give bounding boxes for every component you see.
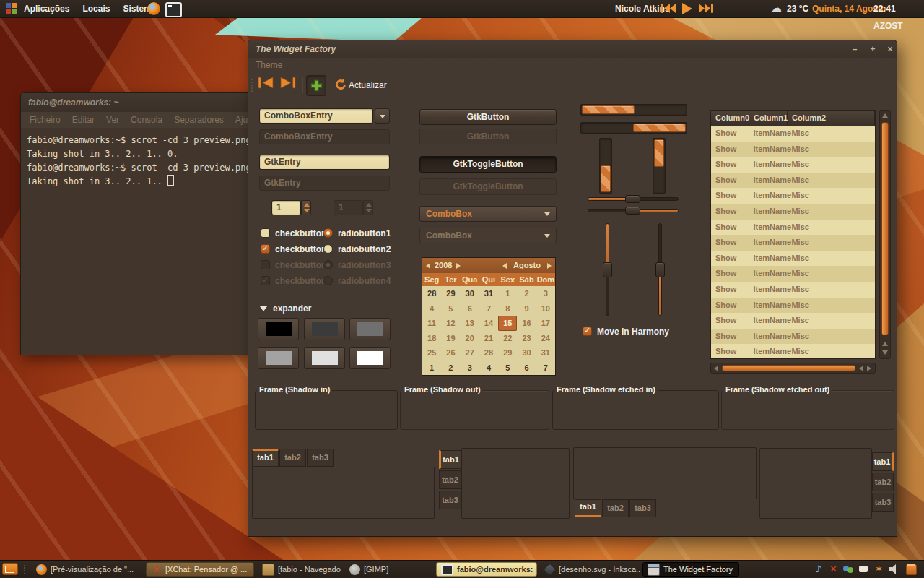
menu-item-theme[interactable]: Theme	[248, 58, 289, 73]
music-player-tray-icon[interactable]: ♪	[812, 563, 824, 576]
previous-track-icon[interactable]	[661, 3, 676, 14]
notebook-tab[interactable]: tab3	[872, 493, 894, 512]
calendar-day[interactable]: 21	[479, 331, 498, 346]
spinbutton-input[interactable]: 1	[271, 200, 301, 215]
checkbutton[interactable]: checkbutton3	[261, 259, 331, 270]
toolbar-grip[interactable]	[251, 79, 255, 92]
messages-tray-icon[interactable]	[858, 563, 871, 576]
next-track-icon[interactable]	[699, 3, 713, 14]
calendar-day[interactable]: 3	[536, 286, 555, 301]
calendar-month-nav[interactable]: Agosto	[502, 258, 552, 273]
calendar-day[interactable]: 7	[479, 301, 498, 316]
show-desktop-button[interactable]	[2, 563, 18, 575]
calendar-day[interactable]: 1	[422, 361, 441, 376]
calendar-day[interactable]: 31	[536, 345, 555, 361]
table-row[interactable]: ShowItemNameMisc	[711, 329, 875, 345]
terminal-menu-item[interactable]: Separadores	[174, 112, 224, 128]
calendar-day[interactable]: 6	[517, 361, 536, 376]
spinbutton-steppers[interactable]	[301, 200, 311, 215]
vscale-handle[interactable]	[655, 262, 665, 277]
calendar-day[interactable]: 23	[517, 331, 536, 346]
table-row[interactable]: ShowItemNameMisc	[711, 204, 875, 220]
table-row[interactable]: ShowItemNameMisc	[711, 157, 875, 173]
column-header[interactable]: Column1	[749, 111, 788, 126]
terminal-menu-item[interactable]: Ver	[106, 112, 119, 128]
table-row[interactable]: ShowItemNameMisc	[711, 173, 875, 189]
notebook-tab[interactable]: tab2	[279, 449, 306, 467]
notebook-tab[interactable]: tab1	[252, 449, 279, 467]
calendar-day[interactable]: 12	[441, 316, 460, 331]
terminal-launcher-icon[interactable]	[165, 2, 182, 17]
notebook-tab[interactable]: tab2	[602, 499, 629, 517]
add-button[interactable]	[306, 75, 326, 96]
calendar-day[interactable]: 4	[479, 361, 498, 376]
notebook-tab[interactable]: tab1	[439, 450, 461, 469]
color-swatch-button[interactable]	[349, 318, 391, 340]
calendar-day[interactable]: 29	[498, 345, 517, 361]
notebook-tab[interactable]: tab3	[629, 499, 656, 517]
taskbar-window-button[interactable]: [fabio - Navegador de...	[258, 562, 341, 577]
users-tray-icon[interactable]	[842, 563, 855, 576]
calendar-day[interactable]: 30	[517, 345, 536, 361]
calendar-day[interactable]: 24	[536, 331, 555, 346]
color-swatch-button[interactable]	[304, 347, 345, 369]
calendar-day[interactable]: 18	[422, 331, 441, 346]
radiobutton[interactable]: radiobutton3	[323, 259, 391, 270]
close-button[interactable]: ×	[883, 40, 897, 58]
notebook-tab[interactable]: tab2	[872, 473, 894, 491]
column-header[interactable]: Column0	[711, 111, 749, 126]
taskbar-window-button[interactable]: [GIMP]	[345, 562, 391, 577]
calendar-day[interactable]: 2	[441, 361, 460, 376]
checkbutton[interactable]: checkbutton4	[261, 275, 331, 286]
vertical-scrollbar[interactable]	[879, 110, 891, 359]
terminal-window-title[interactable]: fabio@dreamworks: ~	[21, 93, 250, 112]
calendar-day[interactable]: 1	[498, 286, 517, 301]
taskbar-window-button[interactable]: [desenho.svg - Inksca...	[540, 562, 640, 577]
gtkentry-input[interactable]: GtkEntry	[259, 155, 390, 170]
table-row[interactable]: ShowItemNameMisc	[711, 313, 875, 329]
calendar-day[interactable]: 11	[422, 316, 441, 331]
column-header[interactable]: Column2	[788, 111, 875, 126]
taskbar-window-button[interactable]: [Pré-visualização de "...	[32, 562, 141, 577]
calendar-day[interactable]: 28	[422, 286, 441, 301]
calendar-day[interactable]: 6	[461, 301, 479, 316]
horizontal-scrollbar[interactable]	[710, 363, 876, 374]
comboboxentry-dropdown-button[interactable]	[375, 108, 390, 124]
hscale-handle[interactable]	[625, 207, 640, 215]
notebook-tab[interactable]: tab1	[575, 499, 601, 517]
move-in-harmony-checkbutton[interactable]: Move In Harmony	[583, 326, 669, 337]
gtkbutton[interactable]: GtkButton	[419, 109, 557, 125]
table-row[interactable]: ShowItemNameMisc	[711, 188, 875, 204]
calendar-day[interactable]: 19	[441, 331, 460, 346]
combobox[interactable]: ComboBox	[419, 206, 557, 222]
hscale-handle[interactable]	[625, 195, 640, 203]
refresh-icon[interactable]	[335, 79, 346, 96]
calendar-day[interactable]: 9	[517, 301, 536, 316]
main-menu-icon[interactable]	[6, 3, 17, 14]
table-row[interactable]: ShowItemNameMisc	[711, 220, 875, 236]
calendar-day[interactable]: 7	[536, 361, 555, 376]
color-swatch-button[interactable]	[258, 347, 299, 369]
gtktogglebutton[interactable]: GtkToggleButton	[419, 156, 557, 173]
table-row[interactable]: ShowItemNameMisc	[711, 251, 875, 267]
panel-menu-item[interactable]: Locais	[76, 0, 116, 17]
radiobutton[interactable]: radiobutton2	[323, 243, 391, 254]
calendar-day[interactable]: 10	[536, 301, 555, 316]
calendar-day[interactable]: 13	[461, 316, 479, 331]
calendar-day[interactable]: 28	[479, 345, 498, 361]
terminal-output[interactable]: fabio@dreamworks:~$ scrot -cd 3 preview.…	[21, 128, 250, 355]
table-row[interactable]: ShowItemNameMisc	[711, 142, 875, 158]
calendar-day[interactable]: 31	[479, 286, 498, 301]
radiobutton[interactable]: radiobutton1	[323, 228, 391, 238]
taskbar-window-button[interactable]: The Widget Factory	[642, 562, 739, 577]
clock-time[interactable]: 22:41 AZOST	[873, 0, 924, 17]
go-first-icon[interactable]	[258, 77, 274, 94]
comboboxentry-input[interactable]: ComboBoxEntry	[259, 108, 373, 124]
tasklist-grip[interactable]	[24, 565, 28, 574]
terminal-menu-item[interactable]: Ficheiro	[30, 112, 61, 128]
color-swatch-button[interactable]	[349, 347, 391, 369]
calendar-year-nav[interactable]: 2008	[426, 258, 461, 273]
volume-tray-icon[interactable]	[888, 563, 900, 576]
package-manager-tray-icon[interactable]	[905, 563, 918, 576]
terminal-menu-item[interactable]: Editar	[72, 112, 95, 128]
